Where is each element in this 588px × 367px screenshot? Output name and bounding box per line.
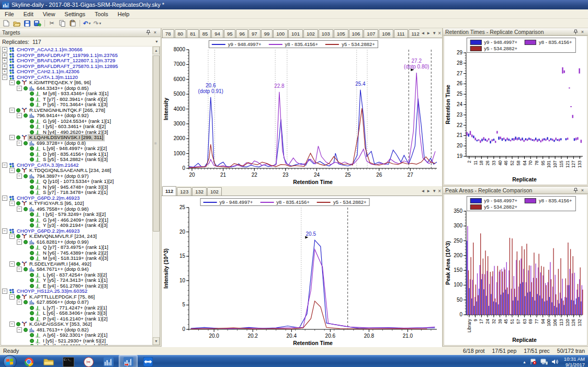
peak-area-bar[interactable] [560, 258, 561, 315]
tree-row-transition[interactable]: I [y5] - 603.3461+ (rank 4)[2] [1, 124, 152, 130]
tree-row-peptide[interactable]: −K.IGIMTPEQAEK.Y [86, 96] [1, 80, 152, 86]
peak-area-bar[interactable] [557, 307, 557, 315]
tab-132[interactable]: 132 [192, 187, 207, 196]
rt-point[interactable] [492, 139, 493, 141]
rt-point[interactable] [466, 132, 467, 135]
peak-area-bar[interactable] [528, 270, 528, 315]
new-button[interactable] [2, 19, 11, 27]
collapse-icon[interactable]: − [9, 108, 15, 113]
peak-area-bar[interactable] [566, 278, 566, 315]
peak-area-bar[interactable] [485, 250, 485, 315]
collapse-icon[interactable]: − [9, 322, 15, 327]
cmd-icon[interactable]: C:\_ [59, 355, 78, 367]
peak-area-bar[interactable] [489, 306, 489, 315]
collapse-icon[interactable]: − [9, 201, 15, 206]
peak-area-bar[interactable] [494, 266, 494, 315]
tab-97[interactable]: 97 [248, 29, 261, 38]
peak-area-bar[interactable] [534, 253, 534, 315]
peak-area-bar[interactable] [535, 263, 536, 315]
peak-area-bar[interactable] [517, 301, 518, 315]
rt-point[interactable] [522, 137, 523, 140]
peak-area-bar[interactable] [480, 233, 481, 315]
rt-point[interactable] [555, 137, 556, 140]
rt-point[interactable] [569, 87, 570, 88]
collapse-icon[interactable]: − [9, 80, 15, 85]
rt-point[interactable] [570, 106, 571, 107]
rt-point[interactable] [503, 137, 504, 140]
peak-area-bar[interactable] [483, 259, 483, 315]
peak-area-bar[interactable] [550, 262, 550, 315]
tree-row-transition[interactable]: Q [y10] - 1073.5334+ (rank 1)[2] [1, 179, 152, 185]
start-button[interactable] [3, 355, 17, 367]
tree-row-protein[interactable]: +CHOYP_ACAA2.1.1|m.30666 [1, 47, 152, 53]
peak-area-bar[interactable] [572, 273, 572, 315]
peak-area-bar[interactable] [521, 259, 522, 315]
tab-80[interactable]: 80 [175, 29, 187, 38]
network-icon[interactable] [540, 359, 548, 365]
tree-row-protein[interactable]: −CHOYP_HS12A.25.33|m.60352 [1, 289, 152, 294]
collapse-icon[interactable]: − [2, 228, 7, 234]
tab-99[interactable]: 99 [261, 29, 273, 38]
chromatogram-chart-top[interactable]: 0100020003000400050006000700080002021222… [162, 38, 442, 186]
rt-point[interactable] [496, 131, 497, 133]
collapse-icon[interactable]: − [2, 196, 7, 201]
tree-row-transition[interactable]: Y [y3] - 409.2194+ (rank 4)[3] [1, 223, 152, 228]
expand-icon[interactable]: + [2, 47, 7, 52]
peak-area-bar[interactable] [515, 297, 516, 315]
peak-area-bar[interactable] [493, 302, 494, 315]
peak-area-bar[interactable] [566, 297, 567, 315]
copy-button[interactable] [58, 19, 67, 27]
peak-area-bar[interactable] [532, 282, 532, 315]
collapse-icon[interactable]: − [17, 239, 22, 245]
menu-settings[interactable]: Settings [60, 10, 90, 18]
snipping-tool-icon[interactable]: ✂ [79, 355, 98, 367]
paste-button[interactable] [68, 19, 77, 27]
collapse-icon[interactable]: − [17, 207, 22, 212]
rt-point[interactable] [530, 138, 531, 140]
rt-point[interactable] [572, 115, 573, 118]
rt-point[interactable] [512, 138, 513, 140]
rt-point[interactable] [510, 140, 511, 141]
peak-area-bar[interactable] [490, 272, 491, 315]
peak-area-bar[interactable] [551, 279, 551, 315]
peak-area-bar[interactable] [535, 301, 535, 315]
peak-area-bar[interactable] [556, 294, 556, 315]
peak-area-bar[interactable] [548, 270, 549, 315]
peak-area-bar[interactable] [563, 301, 563, 315]
rt-point[interactable] [470, 131, 471, 135]
peak-area-bar[interactable] [544, 267, 544, 315]
peak-area-bar[interactable] [520, 284, 521, 315]
rt-point[interactable] [502, 138, 503, 141]
peak-area-bar[interactable] [533, 278, 534, 315]
close-icon[interactable]: × [152, 29, 159, 36]
tree-row-transition[interactable]: S [y4] - 408.2089+ (rank 3)[3] [1, 343, 152, 345]
rt-point[interactable] [575, 137, 576, 140]
tree-row-peptide[interactable]: −K.LQAHLDSVSNVSK.I [299, 311] [1, 135, 152, 141]
skyline-icon[interactable] [99, 355, 118, 367]
rt-point[interactable] [552, 139, 553, 141]
open-button[interactable] [12, 19, 21, 27]
rt-point[interactable] [550, 138, 551, 140]
peak-area-bar[interactable] [567, 285, 568, 315]
peak-area-bar[interactable] [571, 300, 572, 315]
peak-area-bar[interactable] [558, 269, 559, 315]
peak-area-bar[interactable] [507, 288, 507, 315]
redo-button[interactable]: ↷▾ [93, 19, 102, 27]
collapse-icon[interactable]: − [17, 86, 22, 91]
rt-point[interactable] [537, 139, 538, 142]
rt-point[interactable] [477, 140, 478, 141]
peak-area-bar[interactable] [564, 297, 565, 315]
tab-105[interactable]: 105 [334, 29, 348, 38]
peak-area-bar[interactable] [569, 269, 570, 315]
targets-scrollbar[interactable]: ▲ ▼ [152, 47, 160, 345]
tree-row-transition[interactable]: L [y6] - 658.3406+ (rank 3)[3] [1, 311, 152, 316]
peak-area-bar[interactable] [529, 266, 529, 315]
menu-tools[interactable]: Tools [90, 10, 113, 18]
rt-point[interactable] [534, 139, 535, 141]
rt-point[interactable] [560, 138, 561, 140]
peak-area-bar[interactable] [470, 279, 470, 315]
collapse-icon[interactable]: − [17, 174, 22, 179]
close-icon[interactable]: × [579, 187, 586, 193]
taskbar-clock[interactable]: 10:31 AM 9/1/2017 [562, 356, 585, 367]
peak-area-bar[interactable] [495, 299, 495, 315]
